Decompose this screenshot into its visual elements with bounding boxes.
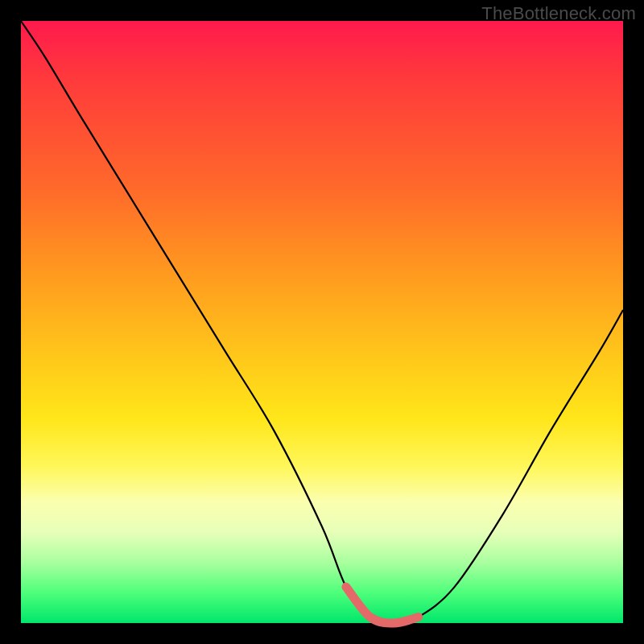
watermark-text: TheBottleneck.com: [481, 3, 636, 24]
chart-frame: TheBottleneck.com: [0, 0, 644, 644]
chart-plot-area: [21, 21, 623, 623]
bottleneck-highlight-segment: [346, 587, 419, 623]
chart-svg: [21, 21, 623, 623]
bottleneck-curve-line: [21, 21, 623, 623]
